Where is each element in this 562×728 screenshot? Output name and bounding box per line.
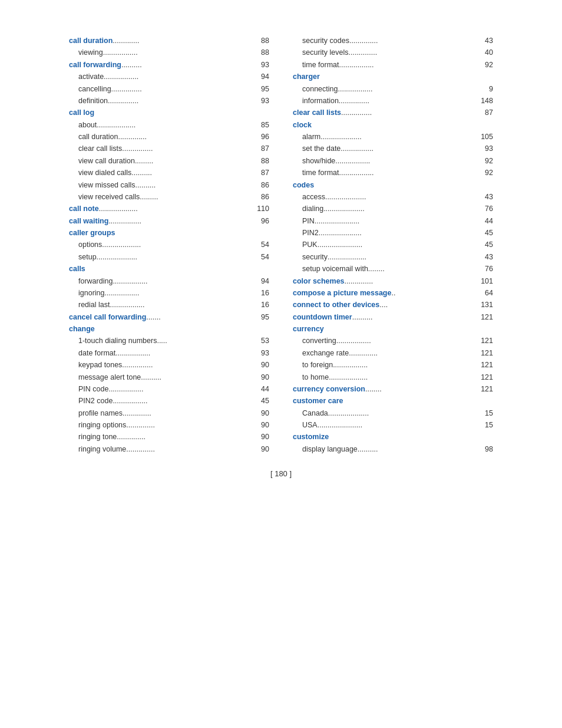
index-entry: currency conversion ........121	[293, 384, 493, 395]
entry-dots: ....................	[97, 252, 259, 263]
entry-page: 90	[261, 360, 269, 371]
entry-page: 87	[485, 107, 493, 118]
index-entry: clock	[293, 120, 493, 131]
entry-text: set the date	[302, 143, 340, 154]
entry-dots: ........	[368, 263, 482, 275]
entry-dots: ..........	[121, 60, 259, 71]
index-entry: currency	[293, 324, 493, 335]
entry-text: show/hide	[302, 156, 335, 167]
index-entry: exchange rate ..............121	[293, 348, 493, 359]
index-entry: customize	[293, 431, 493, 443]
entry-text: currency conversion	[293, 384, 365, 395]
index-entry: ringing volume ..............90	[69, 444, 269, 455]
index-entry: view missed calls ..........86	[69, 180, 269, 191]
entry-page: 90	[261, 420, 269, 431]
entry-text: security levels	[302, 47, 349, 58]
entry-page: 92	[485, 167, 493, 179]
index-entry: time format .................92	[293, 167, 493, 179]
index-entry: setup voicemail with ........76	[293, 263, 493, 275]
index-entry: setup ....................54	[69, 252, 269, 263]
entry-page: 96	[261, 216, 269, 227]
entry-dots: ..............	[118, 131, 259, 143]
entry-text: 1-touch dialing numbers	[78, 335, 157, 347]
entry-text: call note	[69, 203, 99, 215]
index-entry: call waiting ................96	[69, 216, 269, 227]
entry-dots: ..............	[126, 420, 259, 431]
entry-dots: .................	[115, 348, 259, 359]
entry-dots: .........	[140, 192, 259, 203]
entry-page: 43	[485, 192, 493, 203]
index-entry: clear call lists ...............87	[293, 107, 493, 118]
entry-page: 87	[261, 167, 269, 179]
entry-dots: .................	[113, 396, 259, 407]
entry-page: 76	[485, 263, 493, 275]
entry-text: connect to other devices	[293, 299, 379, 311]
entry-page: 105	[481, 131, 493, 143]
entry-dots: ...................	[102, 239, 259, 251]
entry-page: 86	[261, 180, 269, 191]
entry-text: clock	[293, 120, 312, 131]
entry-dots: ...............	[341, 107, 482, 118]
entry-page: 93	[261, 95, 269, 107]
entry-dots: ..........	[135, 180, 259, 191]
entry-text: countdown timer	[293, 312, 352, 323]
index-entry: information ...............148	[293, 95, 493, 107]
entry-text: access	[302, 192, 325, 203]
entry-text: security codes	[302, 35, 349, 47]
entry-text: setup	[78, 252, 97, 263]
index-entry: PIN2 code .................45	[69, 396, 269, 407]
index-entry: time format .................92	[293, 60, 493, 71]
entry-dots: ................	[108, 216, 259, 227]
entry-page: 9	[489, 84, 493, 95]
entry-dots: ..............	[349, 348, 478, 359]
entry-page: 93	[261, 60, 269, 71]
right-column: security codes ..............43security …	[293, 35, 493, 455]
entry-text: customer care	[293, 396, 343, 407]
entry-text: ignoring	[78, 288, 104, 299]
entry-text: calls	[69, 263, 85, 275]
entry-page: 92	[485, 156, 493, 167]
index-entry: converting .................121	[293, 335, 493, 347]
entry-text: change	[69, 324, 95, 335]
entry-dots: .................	[339, 60, 483, 71]
entry-page: 87	[261, 143, 269, 154]
entry-page: 90	[261, 408, 269, 419]
entry-page: 93	[261, 348, 269, 359]
entry-dots: .................	[339, 167, 483, 179]
entry-page: 121	[481, 335, 493, 347]
entry-page: 121	[481, 348, 493, 359]
entry-text: connecting	[302, 84, 338, 95]
index-entry: to foreign .................121	[293, 360, 493, 371]
entry-dots: ...............	[339, 95, 478, 107]
index-entry: cancelling ...............95	[69, 84, 269, 95]
entry-text: security	[302, 252, 328, 263]
index-entry: PUK ......................45	[293, 239, 493, 251]
entry-page: 15	[485, 420, 493, 431]
entry-text: customize	[293, 431, 329, 443]
index-entry: definition ...............93	[69, 95, 269, 107]
entry-page: 45	[261, 396, 269, 407]
entry-page: 40	[485, 47, 493, 58]
entry-page: 90	[261, 372, 269, 383]
entry-text: call duration	[69, 35, 113, 47]
index-entry: call forwarding ..........93	[69, 60, 269, 71]
entry-dots: .................	[103, 47, 259, 58]
entry-dots: ....................	[323, 203, 482, 215]
entry-dots: ..........	[352, 312, 478, 323]
entry-text: codes	[293, 180, 314, 191]
entry-text: time format	[302, 60, 339, 71]
entry-text: view received calls	[78, 192, 140, 203]
index-entry: calls	[69, 263, 269, 275]
entry-text: PIN code	[78, 384, 108, 395]
entry-text: view call duration	[78, 156, 135, 167]
entry-page: 54	[261, 252, 269, 263]
entry-dots: ..............	[345, 276, 479, 287]
entry-page: 148	[481, 95, 493, 107]
index-entry: to home ...................121	[293, 372, 493, 383]
entry-dots: ..........	[131, 167, 259, 179]
index-entry: about ...................85	[69, 120, 269, 131]
index-entry: set the date ................93	[293, 143, 493, 154]
entry-page: 85	[261, 120, 269, 131]
entry-page: 88	[261, 35, 269, 47]
entry-page: 45	[485, 228, 493, 239]
